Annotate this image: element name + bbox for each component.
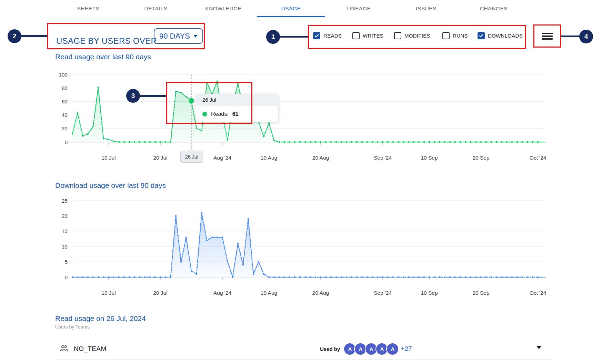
svg-text:20 Sep: 20 Sep xyxy=(472,155,489,161)
svg-text:100: 100 xyxy=(59,72,68,78)
avatar-stack: AAAAA xyxy=(345,343,398,355)
svg-text:10 Aug: 10 Aug xyxy=(261,155,277,161)
reads-chart-title: Read usage over last 90 days xyxy=(55,53,151,61)
avatar[interactable]: A xyxy=(355,343,366,355)
svg-text:80: 80 xyxy=(62,85,68,91)
svg-text:5: 5 xyxy=(64,259,68,265)
svg-text:60: 60 xyxy=(62,99,68,104)
svg-text:Sep '24: Sep '24 xyxy=(374,155,392,161)
svg-text:20: 20 xyxy=(62,213,68,219)
annotation-line-3 xyxy=(139,95,166,97)
team-group-icon xyxy=(59,344,69,353)
svg-text:Oct '24: Oct '24 xyxy=(530,290,546,296)
svg-text:Aug '24: Aug '24 xyxy=(213,290,231,296)
svg-text:10 Sep: 10 Sep xyxy=(421,290,438,296)
tab-issues[interactable]: ISSUES xyxy=(392,0,460,17)
svg-text:20 Sep: 20 Sep xyxy=(472,290,489,296)
svg-text:40: 40 xyxy=(62,112,68,118)
svg-text:10: 10 xyxy=(62,244,68,250)
tab-changes[interactable]: CHANGES xyxy=(460,0,528,17)
svg-text:10 Jul: 10 Jul xyxy=(101,155,116,161)
avatar[interactable]: A xyxy=(376,343,388,355)
breakdown-title: Read usage on 26 Jul, 2024 xyxy=(55,314,146,323)
tab-bar: SHEETSDETAILSKNOWLEDGEUSAGELINEAGEISSUES… xyxy=(54,0,528,17)
annotation-box-2 xyxy=(47,23,205,49)
avatar[interactable]: A xyxy=(344,343,355,355)
svg-text:20: 20 xyxy=(62,125,68,131)
svg-text:25: 25 xyxy=(62,198,68,204)
svg-text:20 Aug: 20 Aug xyxy=(312,155,329,161)
svg-text:0: 0 xyxy=(64,139,68,145)
svg-text:10 Aug: 10 Aug xyxy=(261,290,277,296)
svg-text:15: 15 xyxy=(62,228,68,234)
downloads-chart-title: Download usage over last 90 days xyxy=(55,181,166,190)
svg-text:10 Sep: 10 Sep xyxy=(421,155,438,161)
breakdown-subtitle: Users by Teams xyxy=(55,324,90,330)
annotation-box-4 xyxy=(533,24,561,48)
avatar-overflow-link[interactable]: +27 xyxy=(401,345,412,353)
annotation-circle-1: 1 xyxy=(266,30,280,44)
annotation-line-2 xyxy=(21,35,47,37)
annotation-circle-3: 3 xyxy=(126,89,140,103)
svg-text:20 Aug: 20 Aug xyxy=(312,290,329,296)
svg-text:10 Jul: 10 Jul xyxy=(101,290,116,296)
svg-text:Oct '24: Oct '24 xyxy=(530,155,546,161)
svg-text:0: 0 xyxy=(64,274,68,280)
svg-text:Sep '24: Sep '24 xyxy=(374,290,392,296)
row-expand-chevron-icon[interactable] xyxy=(536,346,541,349)
axis-chip-pointer xyxy=(188,148,194,151)
avatar[interactable]: A xyxy=(387,343,398,355)
svg-text:20 Jul: 20 Jul xyxy=(153,290,167,296)
annotation-line-4 xyxy=(561,36,580,37)
annotation-line-1 xyxy=(279,36,308,38)
tab-sheets[interactable]: SHEETS xyxy=(54,0,122,17)
annotation-box-1 xyxy=(308,25,526,49)
annotation-circle-4: 4 xyxy=(579,30,593,43)
tab-lineage[interactable]: LINEAGE xyxy=(325,0,392,17)
used-by-label: Used by xyxy=(320,346,340,352)
annotation-box-3 xyxy=(166,82,252,124)
svg-text:Aug '24: Aug '24 xyxy=(213,155,231,161)
svg-text:20 Jul: 20 Jul xyxy=(153,155,167,161)
hovered-date-axis-chip: 26 Jul xyxy=(180,151,203,163)
team-name[interactable]: NO_TEAM xyxy=(74,345,107,353)
tab-knowledge[interactable]: KNOWLEDGE xyxy=(190,0,257,17)
avatar[interactable]: A xyxy=(365,343,377,355)
tab-usage[interactable]: USAGE xyxy=(257,0,325,17)
used-by-row: Used by AAAAA +27 xyxy=(320,343,412,355)
annotation-circle-2: 2 xyxy=(8,29,21,43)
tab-details[interactable]: DETAILS xyxy=(122,0,190,17)
